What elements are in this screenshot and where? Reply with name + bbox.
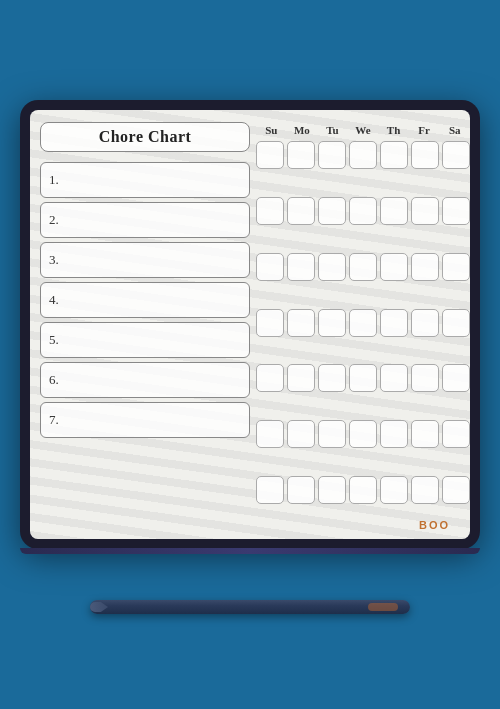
main-layout: Chore Chart 1. 2. 3. 4. (40, 122, 460, 529)
checkbox-r6-c6[interactable] (411, 420, 439, 448)
chore-number-6: 6. (49, 372, 59, 388)
chore-row-1[interactable]: 1. (40, 162, 250, 198)
device-screen: Chore Chart 1. 2. 3. 4. (30, 110, 470, 539)
checkbox-r2-c1[interactable] (256, 197, 284, 225)
screen-content: Chore Chart 1. 2. 3. 4. (30, 110, 470, 539)
day-we: We (348, 122, 379, 138)
checkbox-r6-c3[interactable] (318, 420, 346, 448)
checkbox-r2-c2[interactable] (287, 197, 315, 225)
checkbox-r7-c3[interactable] (318, 476, 346, 504)
checkbox-r3-c1[interactable] (256, 253, 284, 281)
day-th: Th (378, 122, 409, 138)
chore-number-1: 1. (49, 172, 59, 188)
chore-chart-title: Chore Chart (40, 122, 250, 152)
checkbox-r3-c4[interactable] (349, 253, 377, 281)
checkbox-r2-c6[interactable] (411, 197, 439, 225)
left-panel: Chore Chart 1. 2. 3. 4. (40, 122, 250, 529)
day-sa: Sa (439, 122, 470, 138)
checkbox-r1-c6[interactable] (411, 141, 439, 169)
checkbox-r3-c3[interactable] (318, 253, 346, 281)
checkbox-r7-c7[interactable] (442, 476, 470, 504)
checkbox-r3-c7[interactable] (442, 253, 470, 281)
chore-row-5[interactable]: 5. (40, 322, 250, 358)
chore-row-2[interactable]: 2. (40, 202, 250, 238)
chore-number-4: 4. (49, 292, 59, 308)
checkbox-r5-c2[interactable] (287, 364, 315, 392)
checkbox-r3-c2[interactable] (287, 253, 315, 281)
checkbox-r6-c1[interactable] (256, 420, 284, 448)
checkbox-grid (256, 141, 470, 529)
checkbox-r7-c1[interactable] (256, 476, 284, 504)
device: Chore Chart 1. 2. 3. 4. (20, 100, 480, 549)
checkbox-r4-c2[interactable] (287, 309, 315, 337)
right-panel: Su Mo Tu We Th Fr Sa (256, 122, 470, 529)
chore-row-6[interactable]: 6. (40, 362, 250, 398)
checkbox-r6-c5[interactable] (380, 420, 408, 448)
scene: Chore Chart 1. 2. 3. 4. (0, 0, 500, 709)
checkbox-r1-c4[interactable] (349, 141, 377, 169)
day-fr: Fr (409, 122, 440, 138)
checkbox-r1-c3[interactable] (318, 141, 346, 169)
chore-number-7: 7. (49, 412, 59, 428)
checkbox-r7-c5[interactable] (380, 476, 408, 504)
checkbox-r4-c1[interactable] (256, 309, 284, 337)
checkbox-r4-c6[interactable] (411, 309, 439, 337)
checkbox-r1-c2[interactable] (287, 141, 315, 169)
chore-row-7[interactable]: 7. (40, 402, 250, 438)
checkbox-r6-c2[interactable] (287, 420, 315, 448)
checkbox-r5-c4[interactable] (349, 364, 377, 392)
checkbox-r5-c7[interactable] (442, 364, 470, 392)
checkbox-r2-c7[interactable] (442, 197, 470, 225)
device-bottom-edge (20, 548, 480, 554)
checkbox-r1-c1[interactable] (256, 141, 284, 169)
checkbox-r7-c2[interactable] (287, 476, 315, 504)
day-tu: Tu (317, 122, 348, 138)
checkbox-r6-c7[interactable] (442, 420, 470, 448)
checkbox-r5-c1[interactable] (256, 364, 284, 392)
day-mo: Mo (287, 122, 318, 138)
checkbox-r3-c6[interactable] (411, 253, 439, 281)
day-su: Su (256, 122, 287, 138)
chore-row-4[interactable]: 4. (40, 282, 250, 318)
checkbox-r4-c5[interactable] (380, 309, 408, 337)
checkbox-r5-c3[interactable] (318, 364, 346, 392)
checkbox-r3-c5[interactable] (380, 253, 408, 281)
checkbox-r1-c7[interactable] (442, 141, 470, 169)
checkbox-r2-c3[interactable] (318, 197, 346, 225)
checkbox-r4-c7[interactable] (442, 309, 470, 337)
chore-number-5: 5. (49, 332, 59, 348)
checkbox-r4-c4[interactable] (349, 309, 377, 337)
chore-number-3: 3. (49, 252, 59, 268)
stylus (90, 600, 410, 614)
checkbox-r6-c4[interactable] (349, 420, 377, 448)
day-headers: Su Mo Tu We Th Fr Sa (256, 122, 470, 138)
checkbox-r2-c5[interactable] (380, 197, 408, 225)
checkbox-r7-c4[interactable] (349, 476, 377, 504)
checkbox-r1-c5[interactable] (380, 141, 408, 169)
checkbox-r2-c4[interactable] (349, 197, 377, 225)
chore-number-2: 2. (49, 212, 59, 228)
checkbox-r7-c6[interactable] (411, 476, 439, 504)
checkbox-r5-c6[interactable] (411, 364, 439, 392)
checkbox-r4-c3[interactable] (318, 309, 346, 337)
chore-row-3[interactable]: 3. (40, 242, 250, 278)
checkbox-r5-c5[interactable] (380, 364, 408, 392)
